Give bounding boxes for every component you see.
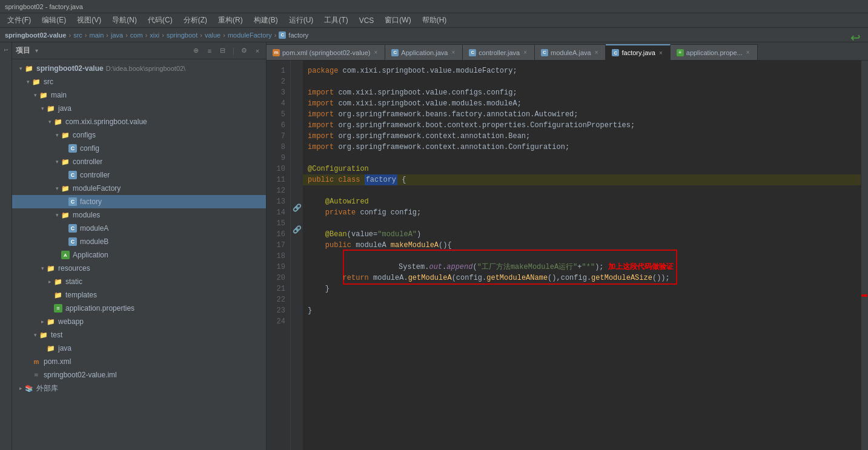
tree-item-main[interactable]: ▾ 📁 main [12,88,266,102]
tab-close-moduleA[interactable]: × [594,48,600,56]
project-dropdown-icon[interactable]: ▾ [35,47,38,54]
tree-item-configs[interactable]: ▾ 📁 configs [12,128,266,142]
kw-import-7: import [308,131,334,142]
class-icon-factory: C [68,197,78,207]
tree-item-test[interactable]: ▾ 📁 test [12,328,266,342]
breadcrumb-main[interactable]: main [89,31,104,39]
pom-icon: m [31,357,41,366]
toolbar-up-icon[interactable]: ≡ [205,46,214,56]
bean-value-str: "moduleA" [377,229,417,240]
tree-item-modules[interactable]: ▾ 📁 modules [12,208,266,222]
tree-arrow-moduleB [61,238,68,245]
menu-build[interactable]: 构建(B) [249,14,283,27]
tree-arrow-controller-class [61,171,68,179]
menu-code[interactable]: 代码(C) [143,14,177,27]
tab-label-pom: pom.xml (springboot02-value) [282,49,371,56]
tab-app-props[interactable]: ≡ application.prope... × [671,44,758,60]
breadcrumb-project[interactable]: springboot02-value [5,31,66,39]
menu-tools[interactable]: 工具(T) [319,14,353,27]
tree-arrow-templates [46,291,53,299]
tab-close-controller[interactable]: × [522,48,528,56]
tree-item-pkg[interactable]: ▾ 📁 com.xixi.springboot.value [12,115,266,128]
tab-pom[interactable]: m pom.xml (springboot02-value) × [267,44,385,60]
tree-item-java[interactable]: ▾ 📁 java [12,102,266,115]
tree-item-controller-folder[interactable]: ▾ 📁 controller [12,155,266,168]
tree-item-iml[interactable]: ≋ springboot02-value.iml [12,368,266,382]
menu-navigate[interactable]: 导航(N) [107,14,142,27]
tab-close-factory[interactable]: × [658,49,664,57]
tab-icon-moduleA: C [541,49,548,56]
toolbar-settings-icon[interactable]: ⚙ [239,46,249,56]
breadcrumb-springboot[interactable]: springboot [167,31,197,39]
tree-item-src[interactable]: ▾ 📁 src [12,75,266,88]
code-content[interactable]: package com.xixi.springboot.value.module… [303,61,861,450]
breadcrumb-java[interactable]: java [111,31,123,39]
ann-configuration: @Configuration [308,164,369,174]
tree-item-external[interactable]: ▸ 📚 外部库 [12,382,266,395]
code-line-13: @Autowired [303,196,861,207]
tab-close-pom[interactable]: × [373,48,379,56]
import-3-text: com.xixi.springboot.value.configs.config… [334,87,517,98]
tree-arrow-main: ▾ [31,91,39,99]
code-line-8: import org.springframework.context.annot… [303,142,861,153]
tree-item-controller-class[interactable]: C controller [12,168,266,182]
tab-application[interactable]: C Application.java × [385,44,463,60]
tree-item-test-java[interactable]: 📁 java [12,342,266,355]
kw-import-5: import [308,109,334,120]
gutter-22 [291,290,303,300]
line-num-10: 10 [267,164,290,174]
code-line-6: import org.springframework.boot.context.… [303,120,861,131]
breadcrumb-xixi[interactable]: xixi [150,31,159,39]
tab-controller[interactable]: C controller.java × [463,44,535,60]
tree-arrow-resources: ▾ [39,265,46,272]
import-5-text: org.springframework.beans.factory.annota… [334,109,578,120]
tree-item-pom[interactable]: m pom.xml [12,355,266,368]
tab-factory[interactable]: C factory.java × [606,44,670,60]
tree-item-root[interactable]: ▾ 📁 springboot02-value D:\idea.book\spri… [12,62,266,75]
side-icon-1[interactable]: 1 [1,45,12,56]
tree-item-application[interactable]: A Application [12,248,266,262]
tree-arrow-application [53,251,61,259]
tree-item-moduleA[interactable]: C moduleA [12,222,266,235]
tree-item-factory[interactable]: C factory [12,195,266,208]
toolbar-collapse-icon[interactable]: ⊟ [218,46,228,56]
menu-view[interactable]: 视图(V) [72,14,106,27]
code-editor[interactable]: 1 2 3 4 5 6 7 8 9 10 11 12 13 14 15 16 1… [267,61,868,450]
toolbar-close-icon[interactable]: × [253,46,262,56]
menu-vcs[interactable]: VCS [354,15,379,26]
tree-item-webapp[interactable]: ▸ 📁 webapp [12,315,266,328]
breadcrumb-factory[interactable]: factory [288,31,308,39]
code-line-16: @Bean (value= "moduleA" ) [303,229,861,240]
menu-help[interactable]: 帮助(H) [417,14,452,27]
menu-window[interactable]: 窗口(W) [380,14,416,27]
line-num-15: 15 [267,218,290,229]
ann-autowired: @Autowired [325,196,369,207]
tree-item-moduleFactory[interactable]: ▾ 📁 moduleFactory [12,182,266,195]
navigate-back-icon[interactable]: ↩ [850,30,861,45]
tree-label-external: 外部库 [36,383,58,394]
toolbar-locate-icon[interactable]: ⊕ [191,46,201,56]
menu-refactor[interactable]: 重构(R) [213,14,248,27]
tab-close-app-props[interactable]: × [745,48,751,56]
breadcrumb-value[interactable]: value [205,31,220,39]
folder-icon-java: 📁 [46,104,56,113]
breadcrumb-src[interactable]: src [73,31,82,39]
menu-analyze[interactable]: 分析(Z) [179,14,212,27]
menu-run[interactable]: 运行(U) [284,14,319,27]
breadcrumb-com[interactable]: com [130,31,143,39]
tree-item-moduleB[interactable]: C moduleB [12,235,266,248]
tree-item-templates[interactable]: 📁 templates [12,288,266,302]
gutter-17 [291,235,303,246]
breadcrumb-moduleFactory[interactable]: moduleFactory [228,31,272,39]
code-line-21: } [303,283,861,294]
ann-bean: @Bean [325,229,347,240]
menu-file[interactable]: 文件(F) [2,14,36,27]
tree-arrow-factory [61,198,68,205]
tree-item-config[interactable]: C config [12,142,266,155]
tree-item-app-props[interactable]: ≡ application.properties [12,302,266,315]
tree-item-static[interactable]: ▸ 📁 static [12,275,266,288]
tree-item-resources[interactable]: ▾ 📁 resources [12,262,266,275]
tab-close-application[interactable]: × [450,48,456,56]
tab-moduleA[interactable]: C moduleA.java × [535,44,606,60]
menu-edit[interactable]: 编辑(E) [37,14,71,27]
